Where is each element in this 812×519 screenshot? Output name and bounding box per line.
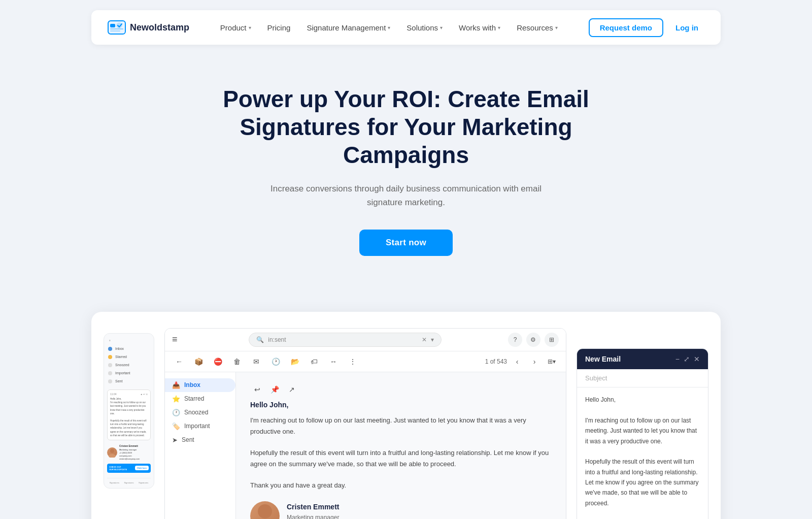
login-button[interactable]: Log in — [669, 19, 704, 36]
sidebar-item-sent[interactable]: ➤ Sent — [165, 433, 235, 447]
view-options-icon[interactable]: ⊞▾ — [545, 354, 559, 369]
sidebar-item-snoozed[interactable]: 🕐 Snoozed — [165, 406, 235, 419]
phone-starred: Starred — [107, 353, 151, 361]
phone-email-preview: 11:04 ● ↩ ≡ Hello John, I'm reaching out… — [107, 390, 151, 440]
compose-subject[interactable]: Subject — [577, 369, 708, 387]
sidebar-item-pricing[interactable]: Pricing — [260, 19, 298, 36]
compose-greeting: Hello John, — [585, 395, 700, 405]
signature-avatar — [250, 501, 280, 519]
compose-header: New Email − ⤢ ✕ — [577, 349, 708, 369]
pagination-text: 1 of 543 — [485, 358, 507, 365]
phone-banner: CHECK OUTOUR BLOGPOSTS Click here — [107, 464, 151, 473]
gmail-mockup: ≡ 🔍 in:sent ✕ ▾ ? ⚙ ⊞ ← 📦 ⛔ 🗑 ✉ 🕐 — [164, 328, 566, 519]
report-spam-icon[interactable]: ⛔ — [211, 354, 225, 369]
search-text: in:sent — [268, 336, 286, 343]
gmail-body: 📥 Inbox ⭐ Starred 🕐 Snoozed 🏷️ Important… — [165, 372, 566, 519]
gmail-toolbar: ≡ 🔍 in:sent ✕ ▾ ? ⚙ ⊞ — [165, 329, 566, 351]
gmail-sidebar: 📥 Inbox ⭐ Starred 🕐 Snoozed 🏷️ Important… — [165, 372, 236, 519]
gmail-header-icons: ? ⚙ ⊞ — [508, 333, 559, 347]
email-signature: Cristen Emmett Marketing manager +1 (342… — [250, 501, 552, 519]
snoozed-icon: 🕐 — [172, 409, 180, 416]
start-now-button[interactable]: Start now — [359, 230, 453, 256]
signature-name: Cristen Emmett — [287, 501, 343, 512]
email-body-3: Thank you and have a great day. — [250, 480, 552, 491]
chevron-down-icon: ▾ — [555, 25, 558, 30]
compose-body: Hello John, I'm reaching out to follow u… — [577, 387, 708, 519]
more-icon[interactable]: ⋮ — [346, 354, 360, 369]
sidebar-item-product[interactable]: Product ▾ — [213, 19, 258, 36]
mockup-area: ≡ Inbox Starred Snoozed Important Sent 1… — [91, 312, 721, 519]
logo-text: Newoldstamp — [130, 22, 189, 33]
prev-icon[interactable]: ‹ — [510, 354, 524, 369]
labels-icon[interactable]: 🏷 — [307, 354, 321, 369]
settings-icon[interactable]: ⚙ — [526, 333, 540, 347]
email-greeting: Hello John, — [250, 401, 552, 409]
starred-icon: ⭐ — [172, 395, 180, 403]
sidebar-item-signature-management[interactable]: Signature Management ▾ — [299, 19, 397, 36]
archive-icon[interactable]: 📦 — [191, 354, 206, 369]
hero-section: Power up Your ROI: Create Email Signatur… — [0, 45, 812, 286]
gmail-content: ↩ 📌 ↗ Hello John, I'm reaching out to fo… — [236, 372, 566, 519]
compose-body-1: I'm reaching out to follow up on our las… — [585, 415, 700, 446]
gmail-search-bar[interactable]: 🔍 in:sent ✕ ▾ — [249, 333, 442, 347]
nav-actions: Request demo Log in — [589, 18, 704, 37]
phone-signature: Cristen Emmett Marketing manager +1 (342… — [107, 444, 151, 461]
help-icon[interactable]: ? — [508, 333, 522, 347]
compose-mockup: New Email − ⤢ ✕ Subject Hello John, I'm … — [577, 348, 708, 519]
chevron-down-icon: ▾ — [498, 25, 500, 30]
back-icon[interactable]: ← — [172, 354, 186, 369]
forward-email-icon[interactable]: ↗ — [285, 382, 299, 397]
grid-icon[interactable]: ⊞ — [545, 333, 559, 347]
close-icon[interactable]: ✕ — [422, 336, 427, 343]
logo[interactable]: Newoldstamp — [108, 20, 189, 35]
subject-placeholder: Subject — [585, 374, 607, 382]
sidebar-item-starred[interactable]: ⭐ Starred — [165, 392, 235, 406]
phone-inbox: Inbox — [107, 345, 151, 353]
signature-role: Marketing manager — [287, 513, 343, 519]
gmail-pagination-area: 1 of 543 ‹ › ⊞▾ — [485, 354, 559, 369]
read-icon[interactable]: ✉ — [249, 354, 263, 369]
svg-point-6 — [109, 454, 116, 458]
important-icon: 🏷️ — [172, 423, 180, 430]
phone-bottom-tabs: Signatures Signatures Signatures — [107, 478, 151, 484]
delete-icon[interactable]: 🗑 — [230, 354, 244, 369]
pin-icon[interactable]: 📌 — [267, 382, 282, 397]
chevron-down-icon: ▾ — [440, 25, 443, 30]
sidebar-item-resources[interactable]: Resources ▾ — [510, 19, 565, 36]
request-demo-button[interactable]: Request demo — [589, 18, 663, 37]
search-chevron-icon[interactable]: ▾ — [431, 336, 434, 343]
svg-rect-2 — [110, 28, 123, 29]
hero-subtitle: Increase conversions through daily busin… — [264, 182, 548, 209]
svg-rect-3 — [110, 30, 120, 31]
email-subject-area: ↩ 📌 ↗ — [250, 382, 552, 397]
email-action-icons: ↩ 📌 ↗ — [250, 382, 299, 397]
compose-title: New Email — [585, 355, 621, 363]
compose-close-icon[interactable]: ✕ — [694, 355, 700, 363]
svg-point-5 — [110, 449, 114, 453]
move-icon[interactable]: 📂 — [288, 354, 302, 369]
email-body-1: I'm reaching out to follow up on our las… — [250, 415, 552, 437]
sidebar-item-inbox[interactable]: 📥 Inbox — [165, 378, 235, 392]
signature-info: Cristen Emmett Marketing manager +1 (342… — [287, 501, 343, 519]
sidebar-item-important[interactable]: 🏷️ Important — [165, 419, 235, 433]
phone-mockup: ≡ Inbox Starred Snoozed Important Sent 1… — [104, 333, 154, 489]
maximize-icon[interactable]: ⤢ — [684, 355, 690, 363]
logo-icon — [108, 20, 126, 35]
expand-icon[interactable]: ↔ — [326, 354, 341, 369]
sidebar-item-works-with[interactable]: Works with ▾ — [452, 19, 507, 36]
compose-body-2: Hopefully the result of this event will … — [585, 457, 700, 508]
chevron-down-icon: ▾ — [249, 25, 251, 30]
reply-icon[interactable]: ↩ — [250, 382, 264, 397]
inbox-icon: 📥 — [172, 381, 180, 389]
gmail-secondary-toolbar: ← 📦 ⛔ 🗑 ✉ 🕐 📂 🏷 ↔ ⋮ 1 of 543 ‹ › ⊞▾ — [165, 351, 566, 372]
svg-rect-1 — [110, 24, 115, 27]
snooze-icon[interactable]: 🕐 — [268, 354, 283, 369]
search-icon: 🔍 — [256, 336, 264, 343]
next-icon[interactable]: › — [527, 354, 542, 369]
navbar: Newoldstamp Product ▾ Pricing Signature … — [91, 10, 721, 45]
phone-snoozed: Snoozed — [107, 361, 151, 369]
hamburger-icon[interactable]: ≡ — [172, 334, 178, 345]
minimize-icon[interactable]: − — [675, 355, 680, 363]
hero-title: Power up Your ROI: Create Email Signatur… — [188, 85, 624, 170]
sidebar-item-solutions[interactable]: Solutions ▾ — [399, 19, 450, 36]
